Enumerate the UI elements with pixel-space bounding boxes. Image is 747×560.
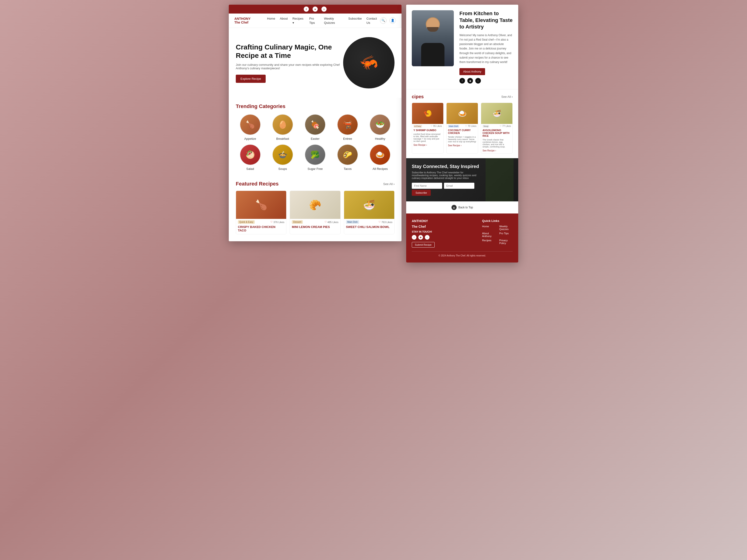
- category-easter[interactable]: 🍖 Easter: [301, 114, 329, 140]
- submit-recipe-button[interactable]: Submit Recipe: [412, 242, 435, 247]
- category-breakfast-label: Breakfast: [276, 137, 289, 140]
- facebook-icon[interactable]: f: [304, 6, 309, 12]
- category-healthy[interactable]: 🥗 Healthy: [366, 114, 394, 140]
- heart-icon-2: ♡: [379, 220, 381, 223]
- side-recipe-1-see-recipe[interactable]: See Recipe ›: [446, 144, 478, 148]
- side-facebook-icon[interactable]: f: [459, 78, 465, 83]
- side-recipe-2-see-recipe[interactable]: See Recipe ›: [481, 149, 512, 153]
- side-recipe-0-likes: ♡ 95 Likes: [431, 125, 442, 128]
- nav-recipes[interactable]: Recipes ▾: [292, 17, 304, 25]
- hero-image: 🦐: [343, 37, 394, 88]
- instagram-icon[interactable]: ●: [313, 6, 318, 12]
- hero-description: Join our culinary community and share yo…: [236, 63, 343, 70]
- recipe-card-1-image: 🥐: [290, 191, 340, 219]
- footer-quick-links-heading: Quick Links: [482, 219, 513, 222]
- footer: ANTHONY The Chef STAY IN TOUCH! f ◉ t Su…: [406, 213, 518, 263]
- category-healthy-image: 🥗: [369, 114, 390, 135]
- search-icon[interactable]: 🔍: [380, 17, 387, 24]
- user-icon[interactable]: 👤: [389, 17, 396, 24]
- nav-about[interactable]: About: [280, 17, 288, 20]
- featured-heading: Featured Recipes: [236, 181, 279, 187]
- side-see-all[interactable]: See All ›: [501, 95, 513, 99]
- category-soups-label: Soups: [278, 167, 287, 170]
- nav-subscribe[interactable]: Subscribe: [348, 17, 362, 20]
- side-recipe-0-title: Y SHRIMP GUMBO: [412, 128, 443, 133]
- side-recipe-0-see-recipe[interactable]: See Recipe ›: [412, 143, 443, 148]
- category-soups-image: 🍲: [272, 144, 293, 165]
- chef-image: [412, 10, 454, 66]
- side-recipe-1-title: COCONUT CURRY CHICKEN: [446, 128, 478, 136]
- footer-facebook-icon[interactable]: f: [412, 235, 416, 240]
- side-instagram-icon[interactable]: ◉: [467, 78, 473, 83]
- site-logo[interactable]: ANTHONY The Chef: [234, 17, 258, 24]
- newsletter-section: Stay Connected, Stay Inspired Subscribe …: [406, 158, 518, 202]
- first-name-input[interactable]: [412, 183, 442, 189]
- footer-copyright: © 2024 Anthony The Chef. All rights rese…: [412, 251, 513, 257]
- side-recipe-card-2[interactable]: 🍜 Soup ♡ 77 Likes AVGOLEMONO CHICKEN SOU…: [481, 103, 513, 154]
- nav-weekly-quizzes[interactable]: Weekly Quizzes: [324, 17, 335, 25]
- side-recipe-1-likes: ♡ 70 Likes: [465, 125, 476, 128]
- recipe-card-0-title: CRISPY BAKED CHICKEN TACO: [236, 224, 286, 234]
- footer-link-recipes[interactable]: Recipes: [482, 239, 495, 244]
- recipe-card-1[interactable]: 🥐 Dessert ♡ 485 Likes MINI LEMON CREAM P…: [290, 191, 340, 234]
- recipe-card-2-tag: Main Dish: [346, 220, 359, 224]
- footer-link-privacy-policy[interactable]: Privacy Policy: [499, 239, 513, 244]
- category-breakfast[interactable]: 🥚 Breakfast: [268, 114, 297, 140]
- trending-heading: Trending Categories: [236, 103, 394, 109]
- side-recipe-card-0[interactable]: 🍤 & Easy ♡ 95 Likes Y SHRIMP GUMBO comfo…: [412, 103, 443, 154]
- subscribe-button[interactable]: Subscribe: [412, 190, 431, 196]
- category-salad[interactable]: 🥙 Salad: [236, 144, 264, 170]
- back-to-top[interactable]: ▲ Back to Top: [406, 202, 518, 213]
- category-allrecipes-label: All Recipes: [372, 167, 388, 170]
- nav-pro-tips[interactable]: Pro Tips: [309, 17, 315, 25]
- side-recipe-1-image: 🍛: [446, 103, 478, 124]
- side-recipe-2-image: 🍜: [481, 103, 512, 124]
- side-recipe-1-tag: Main Dish: [448, 125, 459, 128]
- hero-section: Crafting Culinary Magic, One Recipe at a…: [229, 28, 402, 98]
- footer-links-list: Home Weekly Quizzes About Anthony Pro Ti…: [482, 225, 513, 244]
- category-entree[interactable]: 🫕 Entree: [333, 114, 362, 140]
- recipe-card-2-image: 🍜: [344, 191, 394, 219]
- category-entree-image: 🫕: [337, 114, 358, 135]
- side-recipe-card-1[interactable]: 🍛 Main Dish ♡ 70 Likes COCONUT CURRY CHI…: [446, 103, 478, 154]
- category-breakfast-image: 🥚: [272, 114, 293, 135]
- about-anthony-button[interactable]: About Anthony: [459, 68, 485, 75]
- category-appetize-label: Appetize: [244, 137, 256, 140]
- nav-links: Home About Recipes ▾ Pro Tips Weekly Qui…: [267, 16, 380, 25]
- side-hero-description: Welcome! My name is Anthony Oliver, and …: [459, 33, 513, 64]
- category-healthy-label: Healthy: [375, 137, 385, 140]
- featured-header: Featured Recipes See All ›: [236, 181, 394, 187]
- newsletter-heading: Stay Connected, Stay Inspired: [412, 164, 513, 169]
- featured-see-all[interactable]: See All ›: [383, 182, 394, 186]
- chef-beard: [427, 27, 439, 32]
- category-appetize[interactable]: 🍗 Appetize: [236, 114, 264, 140]
- twitter-icon[interactable]: t: [321, 6, 327, 12]
- explore-recipe-button[interactable]: Explore Recipe: [236, 75, 266, 83]
- recipe-card-0[interactable]: 🍗 Quick & Easy ♡ 376 Likes CRISPY BAKED …: [236, 191, 286, 234]
- footer-link-pro-tips[interactable]: Pro Tips: [499, 232, 513, 238]
- recipe-card-1-meta: Dessert ♡ 485 Likes: [290, 219, 340, 224]
- footer-instagram-icon[interactable]: ◉: [418, 235, 423, 240]
- featured-section: Featured Recipes See All › 🍗 Quick & Eas…: [229, 176, 402, 241]
- category-easter-image: 🍖: [305, 114, 326, 135]
- recipe-card-2[interactable]: 🍜 Main Dish ♡ 763 Likes SWEET CHILI SALM…: [344, 191, 394, 234]
- footer-twitter-icon[interactable]: t: [425, 235, 430, 240]
- side-twitter-icon[interactable]: t: [475, 78, 481, 83]
- category-tacos[interactable]: 🌮 Tacos: [333, 144, 362, 170]
- recipe-card-0-likes: ♡ 376 Likes: [270, 220, 284, 223]
- footer-link-weekly-quizzes[interactable]: Weekly Quizzes: [499, 225, 513, 231]
- footer-grid: ANTHONY The Chef STAY IN TOUCH! f ◉ t Su…: [412, 219, 513, 247]
- nav-contact[interactable]: Contact Us: [366, 17, 377, 25]
- email-input[interactable]: [444, 183, 474, 189]
- nav-home[interactable]: Home: [267, 17, 275, 20]
- category-sugar-free[interactable]: 🥦 Sugar Free: [301, 144, 329, 170]
- category-soups[interactable]: 🍲 Soups: [268, 144, 297, 170]
- logo-top: ANTHONY: [234, 17, 258, 21]
- category-all-recipes[interactable]: 🍛 All Recipes: [366, 144, 394, 170]
- categories-grid: 🍗 Appetize 🥚 Breakfast 🍖 Easter 🫕: [236, 114, 394, 170]
- footer-link-home[interactable]: Home: [482, 225, 495, 231]
- footer-brand: ANTHONY The Chef STAY IN TOUCH! f ◉ t Su…: [412, 219, 442, 247]
- recipe-card-1-likes: ♡ 485 Likes: [325, 220, 338, 223]
- footer-link-about-anthony[interactable]: About Anthony: [482, 232, 495, 238]
- side-recipe-0-meta: & Easy ♡ 95 Likes: [412, 124, 443, 128]
